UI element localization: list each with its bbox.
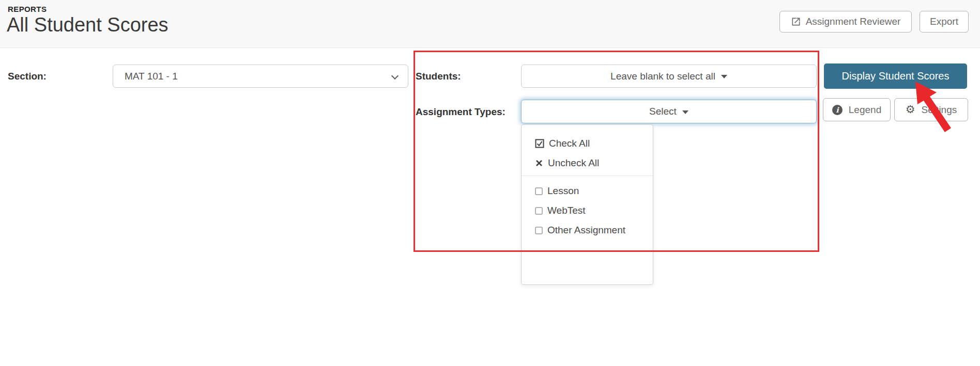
assignment-reviewer-button[interactable]: Assignment Reviewer: [779, 11, 912, 33]
students-dropdown[interactable]: Leave blank to select all: [521, 65, 817, 88]
external-link-icon: [791, 17, 801, 27]
export-button[interactable]: Export: [920, 11, 969, 33]
x-mark-icon: [535, 159, 543, 167]
students-dropdown-value: Leave blank to select all: [610, 71, 715, 82]
assignment-types-menu: Check All Uncheck All Lesson: [521, 124, 653, 285]
type-option-other-assignment[interactable]: Other Assignment: [522, 220, 653, 240]
students-label: Students:: [416, 71, 461, 82]
export-label: Export: [930, 16, 958, 27]
all-student-scores-page: REPORTS All Student Scores Assignment Re…: [0, 0, 980, 366]
assignment-types-dropdown-value: Select: [649, 106, 677, 117]
section-select-value: MAT 101 - 1: [125, 71, 178, 82]
settings-button[interactable]: ⚙ Settings: [894, 98, 968, 121]
settings-label: Settings: [922, 104, 957, 116]
check-all-label: Check All: [549, 138, 590, 149]
section-select[interactable]: MAT 101 - 1: [113, 65, 408, 88]
gear-icon: ⚙: [906, 104, 915, 115]
type-option-label: Lesson: [547, 185, 579, 197]
info-circle-icon: i: [832, 105, 843, 115]
red-arrow-annotation: [0, 0, 980, 366]
display-student-scores-button[interactable]: Display Student Scores: [824, 63, 967, 89]
legend-button[interactable]: i Legend: [823, 98, 891, 121]
type-option-label: WebTest: [547, 205, 586, 216]
caret-down-icon: [721, 75, 727, 78]
page-header: REPORTS All Student Scores Assignment Re…: [0, 0, 980, 48]
section-label: Section:: [8, 71, 47, 82]
empty-checkbox-icon: [535, 187, 543, 195]
uncheck-all-item[interactable]: Uncheck All: [522, 153, 653, 173]
checked-checkbox-icon: [535, 139, 544, 148]
legend-label: Legend: [849, 104, 881, 116]
assignment-reviewer-label: Assignment Reviewer: [806, 16, 901, 27]
type-option-lesson[interactable]: Lesson: [522, 181, 653, 201]
type-option-webtest[interactable]: WebTest: [522, 201, 653, 220]
page-title: All Student Scores: [7, 14, 169, 36]
chevron-down-icon: [391, 72, 399, 79]
uncheck-all-label: Uncheck All: [548, 157, 599, 169]
breadcrumb-eyebrow: REPORTS: [8, 5, 47, 13]
check-all-item[interactable]: Check All: [522, 134, 653, 153]
menu-divider: [522, 176, 653, 176]
assignment-types-dropdown[interactable]: Select: [521, 100, 817, 123]
type-option-label: Other Assignment: [547, 225, 625, 236]
empty-checkbox-icon: [535, 227, 543, 234]
assignment-types-label: Assignment Types:: [416, 106, 506, 118]
caret-down-icon: [682, 110, 688, 114]
display-student-scores-label: Display Student Scores: [842, 70, 950, 82]
empty-checkbox-icon: [535, 207, 543, 215]
